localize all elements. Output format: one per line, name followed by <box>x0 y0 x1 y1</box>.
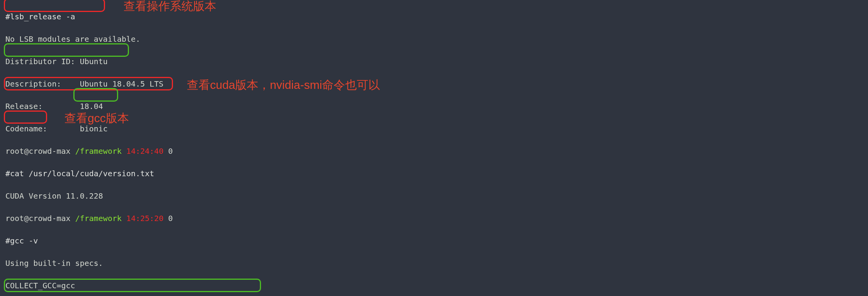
output-line: Using built-in specs. <box>5 258 863 269</box>
space <box>122 214 126 223</box>
command-gcc: #gcc -v <box>5 236 38 245</box>
output-cuda: CUDA Version 11.0.228 <box>5 191 863 202</box>
output-line: Distributor ID: Ubuntu <box>5 56 863 67</box>
prompt-user: root@crowd-max <box>5 146 71 156</box>
prompt-path: /framework <box>75 214 122 223</box>
terminal[interactable]: #lsb_release -a No LSB modules are avail… <box>0 0 868 296</box>
prompt-time: 14:25:20 <box>126 214 163 223</box>
prompt-path: /framework <box>75 146 122 156</box>
output-release: Release: 18.04 <box>5 101 863 112</box>
space <box>163 146 168 156</box>
output-line: COLLECT_GCC=gcc <box>5 280 863 291</box>
prompt-user: root@crowd-max <box>5 214 71 223</box>
command-lsb: #lsb_release -a <box>5 12 75 21</box>
output-line: Description: Ubuntu 18.04.5 LTS <box>5 78 863 90</box>
prompt-time: 14:24:40 <box>126 146 163 156</box>
prompt-status: 0 <box>168 214 173 223</box>
space <box>163 214 168 223</box>
space <box>122 146 126 156</box>
space <box>71 146 75 156</box>
command-cat: #cat /usr/local/cuda/version.txt <box>5 169 154 178</box>
prompt-status: 0 <box>168 146 173 156</box>
output-line: No LSB modules are available. <box>5 34 863 45</box>
space <box>71 214 75 223</box>
output-line: Codename: bionic <box>5 123 863 134</box>
